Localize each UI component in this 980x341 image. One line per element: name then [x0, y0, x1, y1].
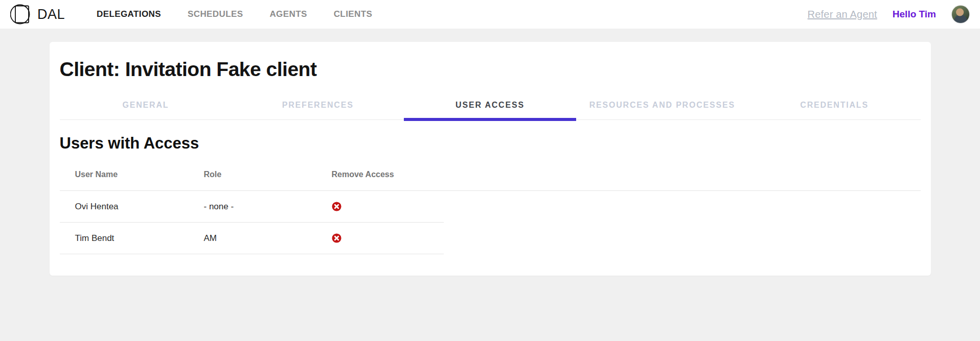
refer-an-agent-link[interactable]: Refer an Agent [808, 9, 877, 20]
column-header-user-name: User Name [75, 170, 204, 179]
nav-item-schedules[interactable]: SCHEDULES [188, 9, 243, 19]
nav-item-delegations[interactable]: DELEGATIONS [97, 9, 161, 19]
tab-credentials[interactable]: CREDENTIALS [748, 92, 921, 119]
tab-resources-and-processes[interactable]: RESOURCES AND PROCESSES [576, 92, 748, 119]
nav-item-clients[interactable]: CLIENTS [334, 9, 373, 19]
column-header-remove-access: Remove Access [332, 170, 394, 179]
nav-item-agents[interactable]: AGENTS [269, 9, 307, 19]
role-cell: - none - [204, 202, 332, 212]
top-navigation-bar: DAL DELEGATIONS SCHEDULES AGENTS CLIENTS… [0, 0, 980, 29]
user-avatar[interactable] [951, 5, 970, 23]
x-circle-icon [332, 233, 341, 243]
table-header-row: User Name Role Remove Access [60, 165, 921, 191]
brand-logo-link[interactable]: DAL [10, 4, 65, 25]
remove-access-button[interactable] [332, 202, 341, 211]
table-row: Tim Bendt AM [60, 223, 444, 254]
main-menu: DELEGATIONS SCHEDULES AGENTS CLIENTS [97, 9, 372, 19]
remove-access-button[interactable] [332, 233, 341, 243]
client-tabs: GENERAL PREFERENCES USER ACCESS RESOURCE… [60, 92, 921, 120]
x-circle-icon [332, 202, 341, 211]
user-name-cell: Tim Bendt [75, 233, 204, 243]
user-greeting[interactable]: Hello Tim [893, 9, 936, 20]
role-cell: AM [204, 233, 332, 243]
client-detail-card: Client: Invitation Fake client GENERAL P… [50, 42, 931, 276]
tab-preferences[interactable]: PREFERENCES [232, 92, 404, 119]
brand-name: DAL [37, 7, 65, 22]
tab-general[interactable]: GENERAL [60, 92, 232, 119]
users-with-access-table: User Name Role Remove Access Ovi Hentea … [60, 165, 921, 254]
page-title: Client: Invitation Fake client [60, 58, 921, 81]
table-row: Ovi Hentea - none - [60, 191, 444, 223]
tab-user-access[interactable]: USER ACCESS [404, 92, 576, 119]
user-name-cell: Ovi Hentea [75, 202, 204, 212]
dal-logo-icon [10, 4, 31, 25]
nav-right-group: Refer an Agent Hello Tim [808, 5, 970, 23]
column-header-role: Role [204, 170, 332, 179]
section-title: Users with Access [60, 134, 921, 153]
